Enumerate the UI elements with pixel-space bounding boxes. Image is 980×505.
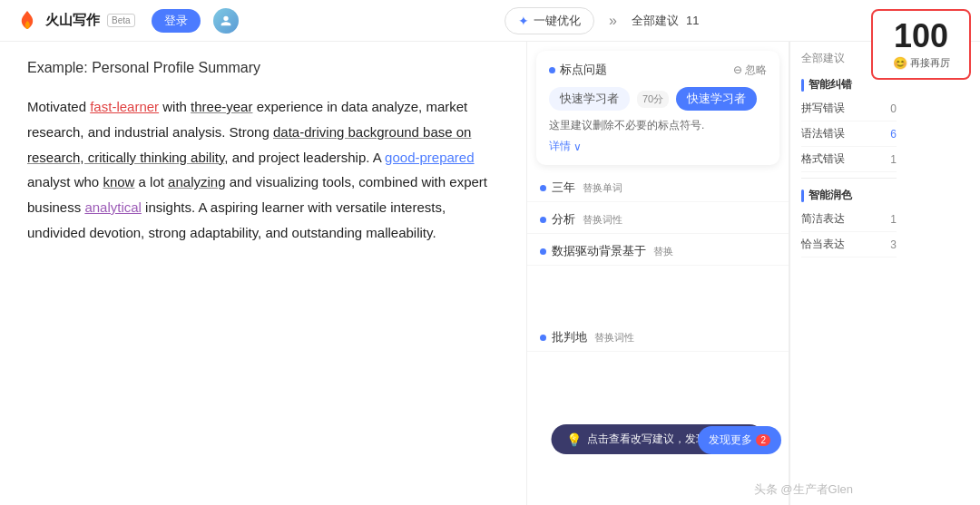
format-label: 格式错误 [801,151,845,167]
suggestions-label: 全部建议 [632,13,679,29]
sidebar-row-format[interactable]: 格式错误 1 [801,147,897,172]
text-fast-learner: fast-learner [90,99,159,114]
score-number: 100 [894,20,948,53]
grammar-count: 6 [890,128,897,141]
sugg-row-critically[interactable]: 批判地 替换词性 [527,320,789,352]
header-center: ✦ 一键优化 » 全部建议 11 [239,7,965,34]
tag-dot [549,67,555,73]
doc-content[interactable]: Motivated fast-learner with three-year e… [27,94,499,246]
text-three-year: three-year [191,99,252,114]
option-2[interactable]: 快速学习者 [676,87,757,111]
suggestions-count: 11 [686,14,699,27]
smart-tone-label: 智能润色 [808,188,852,203]
right-sidebar: 全部建议 11 智能纠错 拼写错误 0 语法错误 6 格式错误 1 智能润色 简… [789,42,907,505]
logo-icon [15,8,40,34]
all-suggestions-label: 全部建议 [801,51,845,66]
score-sub: 😊 再接再厉 [893,56,950,70]
format-count: 1 [890,153,897,166]
score-emoji: 😊 [893,56,907,70]
row-action-3: 替换 [653,245,673,258]
ignore-button[interactable]: ⊖ 忽略 [733,63,767,78]
suggestion-card-1: 标点问题 ⊖ 忽略 快速学习者 70分 快速学习者 这里建议删除不必要的标点符号… [536,51,779,165]
accent-bar-1 [801,79,804,92]
row-label-4: 批判地 [552,329,587,345]
suggestion-panel: 标点问题 ⊖ 忽略 快速学习者 70分 快速学习者 这里建议删除不必要的标点符号… [526,42,789,505]
row-dot-2 [540,217,546,223]
row-action-1: 替换单词 [583,181,622,195]
row-dot-3 [540,248,546,255]
text-analyst: analyst who [27,174,103,189]
spelling-label: 拼写错误 [801,101,845,116]
sugg-row-threeyear[interactable]: 三年 替换单词 [527,170,789,202]
logo-area: 火山写作 Beta 登录 [15,8,239,34]
appropriate-label: 恰当表达 [801,237,845,252]
text-good-prepared: good-prepared [385,150,474,165]
row-label-2: 分析 [552,211,575,228]
header: 火山写作 Beta 登录 ✦ 一键优化 » 全部建议 11 [0,0,980,42]
user-avatar[interactable] [213,8,239,34]
suggestion-tag: 标点问题 [549,62,607,78]
text-know: know [103,174,134,189]
detail-link[interactable]: 详情 ∨ [549,139,767,154]
text-with: with [159,99,191,114]
text-motivated: Motivated [27,99,90,114]
bulb-icon: 💡 [566,432,582,447]
watermark: 头条 @生产者Glen [754,481,853,498]
discover-badge: 2 [756,434,770,446]
concise-count: 1 [890,213,897,226]
detail-label: 详情 [549,139,571,154]
card-header: 标点问题 ⊖ 忽略 [549,62,767,78]
suggestion-options: 快速学习者 70分 快速学习者 [549,87,767,111]
row-label-1: 三年 [552,180,575,196]
editor-area: Example: Personal Profile Summary Motiva… [0,42,526,505]
row-action-2: 替换词性 [583,213,622,227]
smart-correction-label: 智能纠错 [808,77,852,92]
logo-text: 火山写作 [45,12,100,29]
score-box: 100 😊 再接再厉 [871,9,971,80]
concise-label: 简洁表达 [801,211,845,227]
detail-arrow: ∨ [573,141,582,153]
tag-label: 标点问题 [560,62,607,78]
appropriate-count: 3 [890,238,897,251]
text-alot: a lot [134,174,168,189]
option-1[interactable]: 快速学习者 [549,87,630,111]
grammar-label: 语法错误 [801,126,845,141]
sidebar-row-grammar[interactable]: 语法错误 6 [801,121,897,147]
discover-label: 发现更多 [709,432,752,448]
sidebar-divider [801,178,897,179]
doc-title: Example: Personal Profile Summary [27,60,499,76]
sidebar-row-spelling[interactable]: 拼写错误 0 [801,96,897,121]
suggestion-desc: 这里建议删除不必要的标点符号. [549,118,767,133]
optimize-icon: ✦ [518,14,529,28]
row-dot-4 [540,335,546,341]
score-sub-label: 再接再厉 [910,56,950,70]
beta-badge: Beta [107,14,135,27]
ignore-icon: ⊖ [733,63,742,76]
row-label-3: 数据驱动背景基于 [552,243,646,259]
optimize-label: 一键优化 [534,13,581,29]
text-and-project: , and project leadership. A [224,150,385,165]
sidebar-row-appropriate[interactable]: 恰当表达 3 [801,232,897,257]
accent-bar-2 [801,189,804,202]
sugg-row-analyze[interactable]: 分析 替换词性 [527,202,789,234]
main-content: Example: Personal Profile Summary Motiva… [0,42,980,505]
discover-button[interactable]: 发现更多 2 [698,426,781,454]
more-button[interactable]: » [602,9,624,33]
spelling-count: 0 [890,102,897,115]
sidebar-row-concise[interactable]: 简洁表达 1 [801,207,897,232]
row-dot-1 [540,185,546,191]
option-score: 70分 [637,91,669,108]
optimize-button[interactable]: ✦ 一键优化 [505,7,594,34]
ignore-label: 忽略 [745,63,767,76]
login-button[interactable]: 登录 [152,9,201,33]
sugg-row-data-driven[interactable]: 数据驱动背景基于 替换 [527,234,789,266]
smart-tone-header: 智能润色 [801,184,897,207]
text-analytical: analytical [84,199,142,215]
row-action-4: 替换词性 [594,331,634,345]
text-analyzing: analyzing [168,174,225,189]
